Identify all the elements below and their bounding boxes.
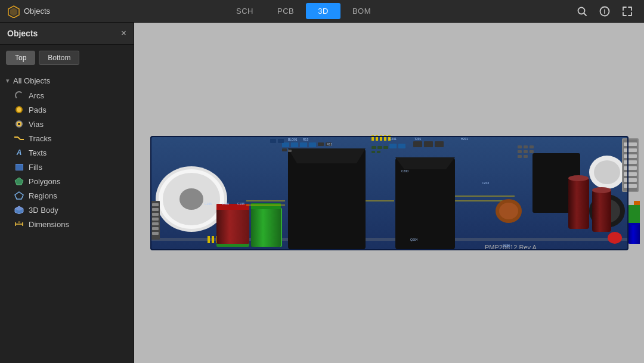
via-shape bbox=[16, 120, 23, 128]
sidebar-item-regions[interactable]: Regions bbox=[0, 188, 134, 203]
app-logo: Objects bbox=[0, 5, 57, 18]
arcs-icon bbox=[14, 91, 24, 100]
tab-pcb[interactable]: PCB bbox=[265, 3, 306, 19]
svg-rect-83 bbox=[624, 148, 637, 152]
svg-rect-70 bbox=[413, 141, 422, 147]
dimensions-label: Dimensions bbox=[29, 220, 69, 229]
svg-rect-113 bbox=[152, 232, 159, 235]
sidebar-item-arcs[interactable]: Arcs bbox=[0, 88, 134, 103]
3dbody-icon bbox=[14, 205, 24, 215]
svg-rect-38 bbox=[288, 148, 366, 250]
svg-rect-114 bbox=[270, 139, 276, 143]
svg-rect-96 bbox=[371, 151, 375, 153]
svg-rect-107 bbox=[152, 203, 159, 206]
svg-text:10: 10 bbox=[18, 221, 21, 224]
svg-rect-100 bbox=[530, 145, 534, 148]
texts-icon: A bbox=[14, 148, 24, 157]
svg-point-48 bbox=[568, 175, 589, 181]
dimensions-shape: 10 bbox=[14, 220, 24, 228]
sidebar: Objects × Top Bottom ▾ All Objects Arcs bbox=[0, 23, 134, 363]
svg-marker-1 bbox=[10, 8, 17, 16]
svg-text:H201: H201 bbox=[461, 137, 468, 141]
svg-rect-98 bbox=[518, 145, 522, 148]
sidebar-item-pads[interactable]: Pads bbox=[0, 103, 134, 117]
svg-rect-82 bbox=[624, 142, 637, 146]
svg-rect-87 bbox=[624, 172, 637, 176]
svg-text:C201: C201 bbox=[389, 137, 397, 141]
sidebar-item-fills[interactable]: Fills bbox=[0, 160, 134, 174]
svg-rect-110 bbox=[152, 218, 159, 221]
svg-rect-65 bbox=[309, 142, 316, 147]
main-area: Objects × Top Bottom ▾ All Objects Arcs bbox=[0, 23, 644, 363]
vias-icon bbox=[14, 119, 24, 129]
svg-point-92 bbox=[499, 203, 518, 219]
object-list: ▾ All Objects Arcs Pads bbox=[0, 71, 134, 363]
app-logo-icon bbox=[7, 5, 20, 18]
svg-rect-52 bbox=[634, 201, 640, 206]
svg-line-3 bbox=[584, 13, 586, 15]
view-top-button[interactable]: Top bbox=[6, 51, 35, 65]
3dbody-shape bbox=[14, 206, 24, 214]
sidebar-header: Objects × bbox=[0, 23, 134, 45]
svg-rect-108 bbox=[152, 208, 159, 211]
sidebar-close-button[interactable]: × bbox=[121, 29, 126, 38]
pcb-3d-view: PMP20612 Rev A bbox=[139, 113, 640, 274]
sidebar-title: Objects bbox=[7, 29, 38, 38]
svg-text:i: i bbox=[604, 8, 606, 15]
svg-marker-9 bbox=[15, 178, 23, 185]
sidebar-item-vias[interactable]: Vias bbox=[0, 117, 134, 131]
svg-rect-49 bbox=[592, 190, 611, 232]
fills-icon bbox=[14, 162, 24, 172]
arcs-label: Arcs bbox=[29, 91, 44, 100]
svg-rect-73 bbox=[389, 144, 397, 148]
chevron-icon: ▾ bbox=[6, 77, 10, 85]
info-icon: i bbox=[599, 6, 610, 17]
expand-button[interactable] bbox=[619, 3, 636, 20]
info-button[interactable]: i bbox=[596, 3, 613, 20]
viewport-inner: PMP20612 Rev A bbox=[134, 23, 644, 363]
topbar-actions: i bbox=[574, 3, 644, 20]
search-icon bbox=[577, 6, 587, 17]
dimensions-icon: 10 bbox=[14, 219, 24, 229]
tab-bom[interactable]: BOM bbox=[340, 3, 383, 19]
tab-sch[interactable]: SCH bbox=[224, 3, 265, 19]
svg-point-50 bbox=[592, 187, 611, 193]
sidebar-item-polygons[interactable]: Polygons bbox=[0, 174, 134, 188]
svg-rect-61 bbox=[251, 203, 281, 209]
svg-rect-99 bbox=[524, 145, 528, 148]
all-objects-header[interactable]: ▾ All Objects bbox=[0, 73, 134, 88]
sidebar-item-tracks[interactable]: Tracks bbox=[0, 131, 134, 145]
svg-text:C106: C106 bbox=[237, 202, 244, 206]
sidebar-item-3dbody[interactable]: 3D Body bbox=[0, 203, 134, 217]
view-bottom-button[interactable]: Bottom bbox=[39, 51, 79, 65]
svg-rect-63 bbox=[291, 142, 298, 147]
sidebar-item-texts[interactable]: A Texts bbox=[0, 145, 134, 160]
svg-rect-97 bbox=[377, 151, 380, 153]
svg-rect-47 bbox=[568, 178, 589, 229]
svg-text:C105: C105 bbox=[205, 202, 212, 206]
pads-icon bbox=[14, 105, 24, 114]
arc-shape bbox=[15, 91, 23, 100]
svg-rect-69 bbox=[288, 150, 292, 152]
svg-rect-86 bbox=[624, 166, 637, 170]
expand-icon bbox=[622, 6, 633, 17]
svg-rect-90 bbox=[628, 205, 640, 223]
svg-rect-111 bbox=[152, 222, 159, 225]
search-button[interactable] bbox=[574, 3, 590, 20]
tab-3d[interactable]: 3D bbox=[306, 3, 340, 19]
3d-viewport[interactable]: PMP20612 Rev A bbox=[134, 23, 644, 363]
svg-rect-104 bbox=[518, 155, 522, 158]
svg-rect-72 bbox=[435, 141, 444, 147]
nav-tabs: SCH PCB 3D BOM bbox=[224, 3, 383, 19]
view-buttons: Top Bottom bbox=[0, 45, 134, 71]
svg-rect-66 bbox=[318, 142, 324, 146]
svg-rect-109 bbox=[152, 213, 159, 216]
fill-shape bbox=[16, 164, 23, 170]
tracks-label: Tracks bbox=[29, 134, 52, 143]
polygons-icon bbox=[14, 176, 24, 186]
svg-text:BLO01: BLO01 bbox=[288, 138, 298, 141]
pads-label: Pads bbox=[29, 106, 47, 114]
svg-rect-62 bbox=[282, 142, 289, 147]
svg-text:R15: R15 bbox=[303, 138, 308, 141]
sidebar-item-dimensions[interactable]: 10 Dimensions bbox=[0, 217, 134, 231]
